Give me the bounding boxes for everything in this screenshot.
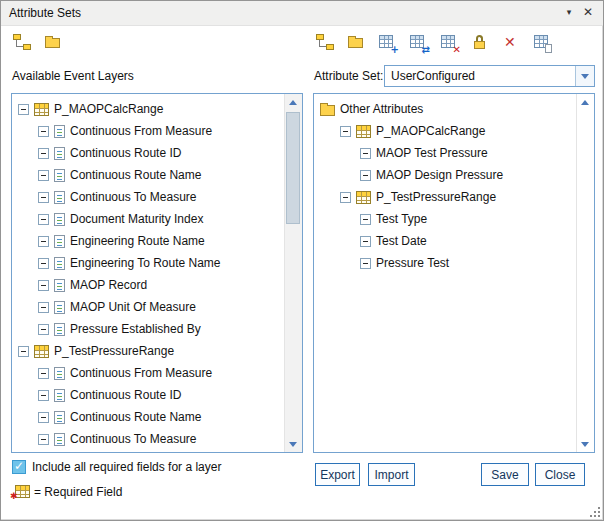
tree-item[interactable]: MAOP Design Pressure xyxy=(314,164,577,186)
collapse-icon[interactable] xyxy=(38,214,49,225)
tree-item[interactable]: Other Attributes xyxy=(314,98,577,120)
scroll-down-icon[interactable] xyxy=(577,436,593,452)
tree-item[interactable]: Test Date xyxy=(314,230,577,252)
scroll-up-icon[interactable] xyxy=(577,94,593,110)
field-icon xyxy=(54,213,65,226)
tree-item-label: Continuous Route Name xyxy=(70,410,201,424)
tree-item[interactable]: Engineering To Route Name xyxy=(12,252,285,274)
required-field-label: = Required Field xyxy=(34,485,122,499)
scrollbar-thumb[interactable] xyxy=(286,112,300,224)
toolbar-right: +⇄✕✕ xyxy=(315,32,552,54)
add-field-icon[interactable]: + xyxy=(377,32,397,52)
tree-item-label: Other Attributes xyxy=(340,102,423,116)
delete-attribute-set-icon[interactable]: ✕ xyxy=(501,32,521,52)
import-button[interactable]: Import xyxy=(368,463,415,486)
tree-item-label: Continuous To Measure xyxy=(70,432,197,446)
tree-item[interactable]: Engineering Route Name xyxy=(12,230,285,252)
save-button[interactable]: Save xyxy=(481,463,529,486)
tree-item-label: Continuous Route ID xyxy=(70,146,181,160)
attribute-set-panel: Other AttributesP_MAOPCalcRangeMAOP Test… xyxy=(313,93,595,453)
tree-item[interactable]: P_TestPressureRange xyxy=(314,186,577,208)
combobox-dropdown-button[interactable] xyxy=(575,66,594,86)
reorder-fields-icon[interactable]: ⇄ xyxy=(408,32,428,52)
remove-field-icon[interactable]: ✕ xyxy=(439,32,459,52)
collapse-icon[interactable] xyxy=(38,390,49,401)
tree-item[interactable]: Continuous From Measure xyxy=(12,120,285,142)
collapse-icon[interactable] xyxy=(340,126,351,137)
field-icon xyxy=(54,279,65,292)
field-icon xyxy=(54,257,65,270)
collapse-icon[interactable] xyxy=(340,192,351,203)
close-icon[interactable]: ✕ xyxy=(580,4,596,20)
tree-item[interactable]: Continuous From Measure xyxy=(12,362,285,384)
tree-item-label: P_MAOPCalcRange xyxy=(54,102,163,116)
collapse-icon[interactable] xyxy=(38,126,49,137)
collapse-icon[interactable] xyxy=(18,104,29,115)
collapse-icon[interactable] xyxy=(38,148,49,159)
tree-item[interactable]: MAOP Record xyxy=(12,274,285,296)
tree-item[interactable]: Continuous Route ID xyxy=(12,142,285,164)
resize-grip[interactable] xyxy=(588,505,600,517)
field-icon xyxy=(54,147,65,160)
tree-item[interactable]: Test Type xyxy=(314,208,577,230)
tree-item[interactable]: Document Maturity Index xyxy=(12,208,285,230)
tree-item[interactable]: Continuous Route Name xyxy=(12,164,285,186)
field-icon xyxy=(54,301,65,314)
attribute-set-label: Attribute Set: xyxy=(314,69,383,83)
collapse-icon[interactable] xyxy=(360,214,371,225)
tree-item-label: MAOP Unit Of Measure xyxy=(70,300,196,314)
tree-item[interactable]: Pressure Test xyxy=(314,252,577,274)
collapse-icon[interactable] xyxy=(360,148,371,159)
collapse-icon[interactable] xyxy=(38,368,49,379)
available-layers-label: Available Event Layers xyxy=(12,69,134,83)
tree-item[interactable]: P_MAOPCalcRange xyxy=(12,98,285,120)
right-panel-scrollbar[interactable] xyxy=(576,94,594,452)
title-bar[interactable]: Attribute Sets ▾ ✕ xyxy=(1,1,603,26)
collapse-icon[interactable] xyxy=(38,280,49,291)
collapse-icon[interactable] xyxy=(38,412,49,423)
layer-table-icon xyxy=(356,125,371,138)
scroll-up-icon[interactable] xyxy=(285,94,301,110)
tree-item[interactable]: Continuous To Measure xyxy=(12,186,285,208)
include-required-label: Include all required fields for a layer xyxy=(32,460,221,474)
tree-item[interactable]: Continuous Route ID xyxy=(12,384,285,406)
window-menu-icon[interactable]: ▾ xyxy=(561,4,577,20)
tree-item[interactable]: Continuous To Measure xyxy=(12,428,285,450)
tree-item[interactable]: Pressure Established By xyxy=(12,318,285,340)
collapse-icon[interactable] xyxy=(38,192,49,203)
collapse-icon[interactable] xyxy=(360,170,371,181)
collapse-icon[interactable] xyxy=(38,302,49,313)
collapse-icon[interactable] xyxy=(360,236,371,247)
tree-item[interactable]: Continuous Route Name xyxy=(12,406,285,428)
include-required-checkbox[interactable] xyxy=(12,460,26,474)
tree-item[interactable]: MAOP Test Pressure xyxy=(314,142,577,164)
tree-item-label: P_TestPressureRange xyxy=(376,190,496,204)
collapse-icon[interactable] xyxy=(38,258,49,269)
export-button[interactable]: Export xyxy=(315,463,360,486)
folder-icon xyxy=(320,105,335,116)
collapse-icon[interactable] xyxy=(38,324,49,335)
add-event-layer-icon[interactable] xyxy=(12,32,32,52)
left-panel-scrollbar[interactable] xyxy=(284,94,302,452)
collapse-icon[interactable] xyxy=(38,434,49,445)
close-button[interactable]: Close xyxy=(535,463,585,486)
scroll-down-icon[interactable] xyxy=(285,436,301,452)
tree-item[interactable]: P_MAOPCalcRange xyxy=(314,120,577,142)
add-all-event-layers-icon[interactable] xyxy=(43,32,63,52)
lock-attribute-set-icon[interactable] xyxy=(470,32,490,52)
attribute-set-properties-icon[interactable] xyxy=(532,32,552,52)
collapse-icon[interactable] xyxy=(38,236,49,247)
collapse-icon[interactable] xyxy=(360,258,371,269)
tree-item-label: Continuous From Measure xyxy=(70,124,212,138)
tree-item[interactable]: MAOP Unit Of Measure xyxy=(12,296,285,318)
tree-item[interactable]: P_TestPressureRange xyxy=(12,340,285,362)
collapse-icon[interactable] xyxy=(38,170,49,181)
copy-attribute-set-icon[interactable] xyxy=(346,32,366,52)
field-icon xyxy=(54,411,65,424)
tree-item-label: Document Maturity Index xyxy=(70,212,203,226)
attribute-set-combobox[interactable]: UserConfigured xyxy=(384,65,595,87)
new-attribute-set-icon[interactable] xyxy=(315,32,335,52)
field-icon xyxy=(54,125,65,138)
field-icon xyxy=(54,235,65,248)
collapse-icon[interactable] xyxy=(18,346,29,357)
